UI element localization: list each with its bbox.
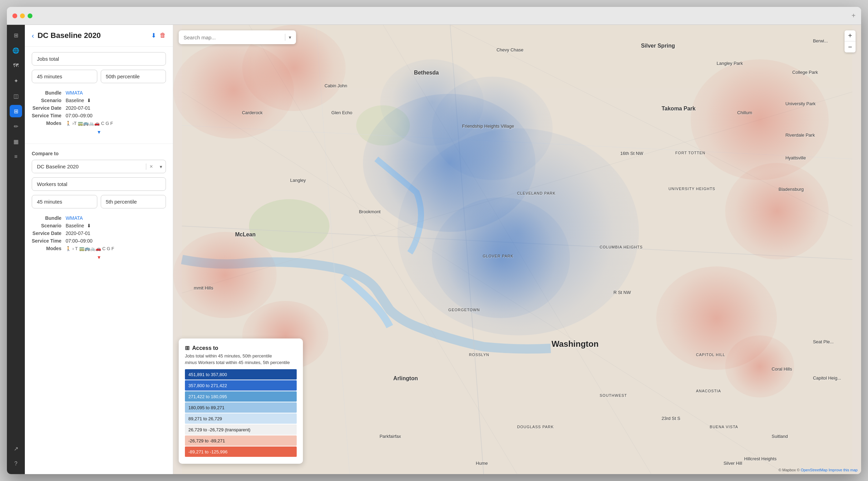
percentile-dropdown-row: 5th percentile 25th percentile 50th perc… bbox=[101, 70, 166, 83]
secondary-percentile-select[interactable]: 5th percentile 25th percentile 50th perc… bbox=[101, 195, 166, 208]
secondary-time-row: 15 minutes 30 minutes 45 minutes 60 minu… bbox=[32, 195, 97, 208]
compare-clear-button[interactable]: × bbox=[146, 164, 156, 170]
legend-item: 180,095 to 89,271 bbox=[185, 402, 297, 413]
sidebar-item-layers[interactable]: ⊞ bbox=[10, 29, 22, 41]
panel-header-icons: ⬇ 🗑 bbox=[151, 32, 166, 39]
sec-scenario-value: Baseline ⬇ bbox=[66, 223, 166, 228]
svg-point-1 bbox=[249, 199, 329, 253]
bundle-value[interactable]: WMATA bbox=[66, 90, 166, 96]
opportunity-select[interactable]: Jobs total Workers total Population bbox=[32, 52, 166, 66]
search-divider bbox=[285, 34, 285, 41]
sidebar-item-map[interactable]: 🗺 bbox=[10, 59, 22, 72]
sidebar-item-network[interactable]: ✦ bbox=[10, 75, 22, 87]
sec-bundle-label: Bundle bbox=[32, 215, 61, 221]
sidebar-item-globe[interactable]: 🌐 bbox=[10, 44, 22, 57]
scenario-label: Scenario bbox=[32, 98, 61, 103]
primary-expand-button[interactable]: ▾ bbox=[32, 127, 166, 137]
minimize-button[interactable] bbox=[20, 13, 25, 18]
divider-1 bbox=[25, 144, 173, 144]
maximize-button[interactable] bbox=[28, 13, 32, 18]
traffic-lights bbox=[12, 13, 32, 18]
primary-section: Jobs total Workers total Population 15 m… bbox=[25, 47, 173, 142]
secondary-opportunity-row: Jobs total Workers total bbox=[32, 177, 166, 191]
secondary-info-grid: Bundle WMATA Scenario Baseline ⬇ Service… bbox=[32, 215, 166, 251]
zoom-in-button[interactable]: + bbox=[845, 30, 856, 41]
expand-icon[interactable]: + bbox=[851, 12, 856, 20]
service-time-label: Service Time bbox=[32, 113, 61, 118]
scenario-value: Baseline ⬇ bbox=[66, 98, 166, 103]
secondary-expand-button[interactable]: ▾ bbox=[32, 253, 166, 262]
main-layout: ⊞ 🌐 🗺 ✦ ◫ ⊞ ✏ ▦ ≡ ↗ ? ‹ DC Baseline 2020… bbox=[7, 25, 861, 474]
compare-dropdown: × ▾ bbox=[32, 160, 166, 173]
time-dropdown-row: 15 minutes 30 minutes 45 minutes 60 minu… bbox=[32, 70, 97, 83]
osm-link[interactable]: OpenStreetMap bbox=[801, 468, 828, 472]
legend-item: 89,271 to 26,729 bbox=[185, 413, 297, 424]
modes-value: 🚶 ›T 🚃🚌🚲🚗 C G F bbox=[66, 120, 166, 126]
legend-popup: ⊞ Access to Jobs total within 45 minutes… bbox=[179, 338, 303, 464]
sec-service-date-label: Service Date bbox=[32, 230, 61, 236]
sidebar-item-list[interactable]: ≡ bbox=[10, 150, 22, 163]
close-button[interactable] bbox=[12, 13, 17, 18]
svg-point-2 bbox=[356, 105, 410, 146]
panel-title: DC Baseline 2020 bbox=[38, 31, 148, 40]
sidebar-item-chart[interactable]: ▦ bbox=[10, 135, 22, 148]
sec-service-time-value: 07:00–09:00 bbox=[66, 238, 166, 244]
modes-label: Modes bbox=[32, 120, 61, 126]
icon-sidebar: ⊞ 🌐 🗺 ✦ ◫ ⊞ ✏ ▦ ≡ ↗ ? bbox=[7, 25, 25, 474]
sidebar-item-share[interactable]: ↗ bbox=[10, 442, 22, 455]
compare-arrow-button[interactable]: ▾ bbox=[156, 164, 166, 169]
legend-item: 357,800 to 271,422 bbox=[185, 380, 297, 391]
improve-link[interactable]: Improve this map bbox=[829, 468, 858, 472]
panel-header: ‹ DC Baseline 2020 ⬇ 🗑 bbox=[25, 25, 173, 47]
map-attribution: © Mapbox © OpenStreetMap Improve this ma… bbox=[778, 468, 858, 472]
download-button[interactable]: ⬇ bbox=[151, 32, 156, 39]
titlebar: + bbox=[7, 7, 861, 25]
legend-items: 451,891 to 357,800357,800 to 271,422271,… bbox=[185, 369, 297, 457]
secondary-opportunity-select[interactable]: Jobs total Workers total bbox=[32, 177, 166, 191]
back-button[interactable]: ‹ bbox=[32, 32, 34, 40]
compare-input[interactable] bbox=[32, 160, 146, 173]
sidebar-item-pencil[interactable]: ✏ bbox=[10, 120, 22, 132]
service-date-value: 2020-07-01 bbox=[66, 105, 166, 111]
service-date-label: Service Date bbox=[32, 105, 61, 111]
legend-subtitle-1: Jobs total within 45 minutes, 50th perce… bbox=[185, 353, 297, 359]
sec-modes-value: 🚶 › T 🚃🚌🚲🚗 C G F bbox=[66, 246, 166, 251]
sidebar-item-grid[interactable]: ⊞ bbox=[10, 105, 22, 117]
app-window: + ⊞ 🌐 🗺 ✦ ◫ ⊞ ✏ ▦ ≡ ↗ ? ‹ DC Baseline 20… bbox=[7, 7, 861, 474]
left-panel: ‹ DC Baseline 2020 ⬇ 🗑 Jobs total Worker… bbox=[25, 25, 173, 474]
time-select[interactable]: 15 minutes 30 minutes 45 minutes 60 minu… bbox=[32, 70, 97, 83]
map-search-input[interactable] bbox=[184, 35, 282, 40]
zoom-controls: + − bbox=[845, 30, 856, 52]
percentile-select[interactable]: 5th percentile 25th percentile 50th perc… bbox=[101, 70, 166, 83]
legend-title: ⊞ Access to bbox=[185, 345, 297, 351]
sidebar-item-data[interactable]: ◫ bbox=[10, 90, 22, 102]
search-arrow-icon[interactable]: ▾ bbox=[289, 35, 291, 40]
secondary-time-percentile-row: 15 minutes 30 minutes 45 minutes 60 minu… bbox=[32, 195, 166, 213]
delete-button[interactable]: 🗑 bbox=[160, 32, 166, 39]
time-percentile-row: 15 minutes 30 minutes 45 minutes 60 minu… bbox=[32, 70, 166, 87]
compare-label: Compare to bbox=[32, 151, 166, 156]
service-time-value: 07:00–09:00 bbox=[66, 113, 166, 118]
secondary-time-select[interactable]: 15 minutes 30 minutes 45 minutes 60 minu… bbox=[32, 195, 97, 208]
sec-service-date-value: 2020-07-01 bbox=[66, 230, 166, 236]
legend-item: 451,891 to 357,800 bbox=[185, 369, 297, 380]
map-area[interactable]: Silver Spring Chevy Chase Bethesda Langl… bbox=[173, 25, 861, 474]
legend-item: 271,422 to 180,095 bbox=[185, 391, 297, 402]
primary-info-grid: Bundle WMATA Scenario Baseline ⬇ Service… bbox=[32, 90, 166, 126]
map-search-bar: ▾ bbox=[179, 30, 296, 44]
bundle-label: Bundle bbox=[32, 90, 61, 96]
legend-item: 26,729 to -26,729 (transparent) bbox=[185, 424, 297, 435]
sec-service-time-label: Service Time bbox=[32, 238, 61, 244]
opportunity-dropdown-row: Jobs total Workers total Population bbox=[32, 52, 166, 66]
sec-bundle-value[interactable]: WMATA bbox=[66, 215, 166, 221]
legend-item: -89,271 to -125,996 bbox=[185, 446, 297, 457]
secondary-percentile-row: 5th percentile 25th percentile 50th perc… bbox=[101, 195, 166, 208]
legend-grid-icon: ⊞ bbox=[185, 345, 189, 351]
legend-subtitle-2: minus Workers total within 45 minutes, 5… bbox=[185, 360, 297, 365]
compare-section: Compare to × ▾ Jobs total Workers total bbox=[25, 145, 173, 267]
legend-item: -26,729 to -89,271 bbox=[185, 435, 297, 446]
sidebar-item-help[interactable]: ? bbox=[10, 458, 22, 470]
sec-modes-label: Modes bbox=[32, 246, 61, 251]
sec-scenario-label: Scenario bbox=[32, 223, 61, 228]
zoom-out-button[interactable]: − bbox=[845, 41, 856, 52]
